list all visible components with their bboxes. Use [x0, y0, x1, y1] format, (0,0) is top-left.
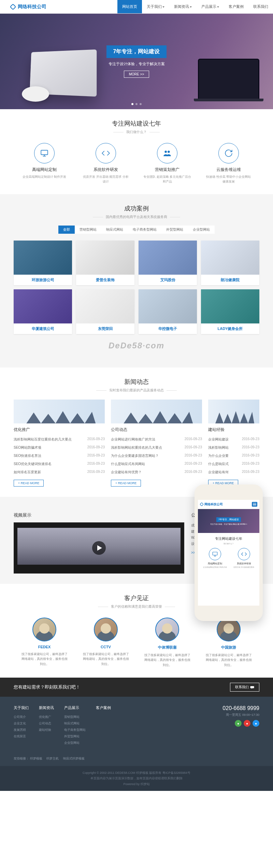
footer-link[interactable]: 在线留言 [14, 733, 29, 740]
case-name: 爱普生装饰 [76, 275, 134, 285]
carousel-dot[interactable] [131, 103, 133, 105]
svg-point-3 [164, 150, 167, 153]
footer-link[interactable]: 建站经验 [39, 727, 54, 733]
service-item[interactable]: 系统软件研发 优质开发 开出基础 规范需求 分析设计 [82, 143, 130, 184]
cta-text: 您有建站需求？即刻联系我们吧！ [14, 684, 80, 690]
case-item[interactable]: LADY健身会所 [201, 289, 259, 334]
qq-icon[interactable]: ● [253, 720, 259, 727]
news-image [111, 400, 202, 423]
case-item[interactable]: 华控微电子 [139, 289, 197, 334]
footer-link[interactable]: 公司简介 [14, 714, 29, 720]
news-item[interactable]: 浅析影响网站百度仕重排名的几大要点2016-09-23 [14, 435, 105, 444]
friend-link[interactable]: 织梦模板 [30, 757, 42, 760]
phone-service-item: 系统软件研发 优质开发 开出基础规范需求 [233, 548, 254, 568]
news-item[interactable]: 浅析影响网站2016-09-23 [208, 444, 259, 452]
footer-link[interactable]: 发展历程 [14, 727, 29, 733]
hero-more-button[interactable]: MORE >> [124, 71, 149, 78]
testimonial-item[interactable]: CCTV 找了很多家建站公司，最终选择了网络建站，真的很专业，服务也很到位。 [82, 618, 130, 667]
avatar [94, 618, 118, 641]
case-item[interactable]: 华厦建筑公司 [14, 289, 72, 334]
case-item[interactable]: 艾玛股份 [139, 241, 197, 285]
news-item[interactable]: 企业网站建设2016-09-23 [208, 435, 259, 444]
footer-link[interactable]: 公司动态 [39, 720, 54, 727]
service-desc: 企业高端网站定制设计 制作开发 [20, 175, 68, 179]
footer-link[interactable]: 外贸型网站 [64, 733, 86, 740]
service-title: 系统软件研发 [82, 167, 130, 173]
news-item[interactable]: 为什么企业要2016-09-23 [208, 452, 259, 460]
case-tab[interactable]: 电子商务型网站 [128, 226, 161, 234]
news-item[interactable]: 什么是响应式2016-09-23 [208, 460, 259, 468]
news-item[interactable]: SEO快速排名算法2016-09-23 [14, 452, 105, 460]
service-item[interactable]: 营销策划推广 专业团队 超前策略 多元化推广后台 和产品 [143, 143, 191, 184]
testimonial-desc: 找了很多家建站公司，最终选择了网络建站，真的很专业，服务也很到位。 [205, 653, 253, 667]
footer-link[interactable]: 企业文化 [14, 720, 29, 727]
news-item[interactable]: 企业网站进行网络推广的方法2016-09-23 [111, 435, 202, 444]
video-player[interactable] [14, 522, 184, 574]
news-subtitle: 实时发布我们最新的产品及服务动态 [14, 388, 259, 393]
services-subtitle: 我们做什么？ [14, 130, 259, 134]
carousel-dot[interactable] [135, 103, 138, 105]
friend-link[interactable]: 响应式织梦模板 [63, 757, 85, 760]
play-icon[interactable] [92, 541, 106, 555]
news-section: 新闻动态 实时发布我们最新的产品及服务动态 优化推广 浅析影响网站百度仕重排名的… [0, 367, 273, 497]
nav-about[interactable]: 关于我们 [142, 0, 169, 13]
case-item[interactable]: 环游旅游公司 [14, 241, 72, 285]
news-item[interactable]: 浅析影响网站权重排名的几大要点2016-09-23 [111, 444, 202, 452]
case-name: 东莞荣田 [76, 323, 134, 334]
case-name: 华控微电子 [139, 323, 197, 334]
nav-contact[interactable]: 联系我们 [248, 0, 273, 13]
news-item[interactable]: SEO优化关键词快速排名2016-09-23 [14, 460, 105, 468]
logo-icon [10, 4, 16, 10]
news-item[interactable]: 如何排名百度更新2016-09-23 [14, 468, 105, 476]
case-tab[interactable]: 外贸型网站 [161, 226, 188, 234]
nav-news[interactable]: 新闻资讯 [169, 0, 197, 13]
phone-hero-title: 7年专注，网站建设 [216, 517, 241, 522]
testimonial-item[interactable]: FEDEX 找了很多家建站公司，最终选择了网络建站，真的很专业，服务也很到位。 [20, 618, 68, 667]
news-item[interactable]: 企业建站有何优势？2016-09-23 [111, 468, 202, 476]
service-item[interactable]: 高端网站定制 企业高端网站定制设计 制作开发 [20, 143, 68, 184]
service-item[interactable]: 云服务维运维 快速稳 性价高 帮助中小企业网站 健康发展 [205, 143, 253, 184]
cta-section: 您有建站需求？即刻联系我们吧！ 联系我们 [0, 678, 273, 697]
case-tab[interactable]: 响应式网站 [101, 226, 128, 234]
case-thumbnail [139, 241, 197, 275]
read-more-button[interactable]: + READ MORE [14, 480, 44, 487]
case-tab-all[interactable]: 全部 [58, 226, 75, 234]
case-tab[interactable]: 企业型网站 [188, 226, 215, 234]
cta-button[interactable]: 联系我们 [230, 683, 259, 692]
news-item[interactable]: 企业建站有何2016-09-23 [208, 468, 259, 476]
wechat-icon[interactable]: ● [235, 720, 242, 727]
friend-link[interactable]: 织梦主机 [46, 757, 59, 760]
footer-heading: 客户案例 [96, 705, 111, 710]
footer-link[interactable]: 响应式网站 [64, 720, 86, 727]
read-more-button[interactable]: + READ MORE [111, 480, 141, 487]
case-thumbnail [139, 289, 197, 323]
case-item[interactable]: 东莞荣田 [76, 289, 134, 334]
chevron-down-icon [190, 6, 192, 8]
nav-products[interactable]: 产品展示 [197, 0, 224, 13]
hamburger-icon[interactable] [252, 502, 257, 507]
case-tab[interactable]: 营销型网站 [75, 226, 101, 234]
news-item[interactable]: 什么是响应式布局网站2016-09-23 [111, 460, 202, 468]
case-item[interactable]: 爱普生装饰 [76, 241, 134, 285]
case-item[interactable]: 朗冶健康院 [201, 241, 259, 285]
carousel-dot[interactable] [140, 103, 142, 105]
news-item[interactable]: SEO网站防骗术项2016-09-23 [14, 444, 105, 452]
footer-link[interactable]: 优化推广 [39, 714, 54, 720]
nav-home[interactable]: 网站首页 [117, 0, 142, 13]
svg-point-4 [168, 150, 170, 153]
testimonial-item[interactable]: 中国旅游 找了很多家建站公司，最终选择了网络建站，真的很专业，服务也很到位。 [205, 618, 253, 667]
monitor-icon [34, 143, 55, 163]
logo[interactable]: 网络科技公司 [0, 4, 46, 10]
testimonial-item[interactable]: 中体博联塞 找了很多家建站公司，最终选择了网络建站，真的很专业，服务也很到位。 [143, 618, 191, 667]
footer-link[interactable]: 企业型网站 [64, 740, 86, 746]
footer-link[interactable]: 电子商务型网站 [64, 727, 86, 733]
avatar [217, 618, 241, 641]
testimonial-name: FEDEX [20, 645, 68, 649]
weibo-icon[interactable]: ● [244, 720, 250, 727]
news-item[interactable]: 为什么企业要建多国语言网站？2016-09-23 [111, 452, 202, 460]
footer-link[interactable]: 营销型网站 [64, 714, 86, 720]
case-thumbnail [76, 289, 134, 323]
news-title: 新闻动态 [14, 378, 259, 386]
hero-laptop-graphic [198, 59, 259, 100]
nav-cases[interactable]: 客户案例 [224, 0, 248, 13]
